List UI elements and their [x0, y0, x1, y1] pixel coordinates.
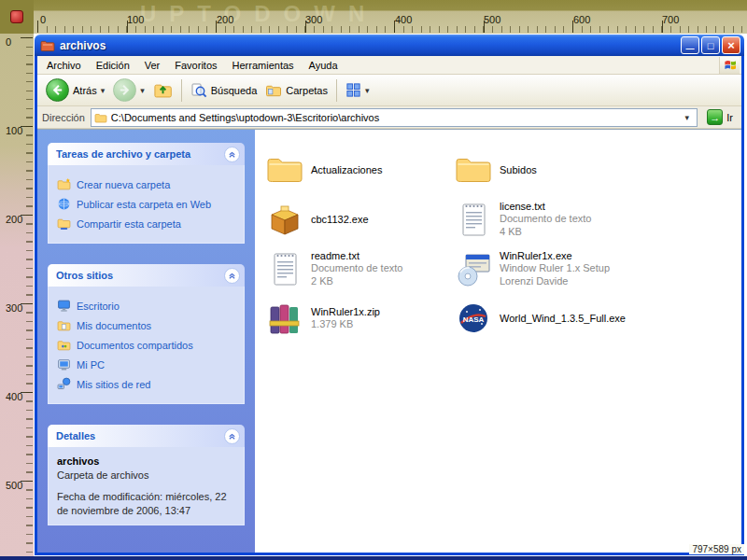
shared-documents-icon — [57, 338, 71, 352]
installer-icon — [455, 250, 492, 287]
place-label: Documentos compartidos — [77, 340, 193, 351]
up-folder-icon — [153, 80, 173, 100]
place-label: Mis documentos — [77, 320, 151, 331]
file-type: Documento de texto — [500, 212, 591, 225]
desktop-icon — [57, 299, 71, 313]
vertical-ruler: 0 100 200 300 400 500 — [0, 34, 34, 560]
go-label: Ir — [726, 112, 733, 123]
file-tile-worldwind[interactable]: NASA World_Wind_1.3.5_Full.exe — [455, 297, 741, 340]
views-icon — [345, 82, 361, 98]
views-button[interactable]: ▾ — [343, 80, 373, 100]
file-size: 2 KB — [311, 274, 402, 287]
details-folder-type: Carpeta de archivos — [57, 469, 235, 481]
up-button[interactable] — [150, 78, 176, 102]
address-input[interactable]: C:\Documents and Settings\uptodown-3\Esc… — [111, 112, 676, 123]
maximize-button[interactable]: □ — [701, 36, 720, 54]
ruler-tick-marks — [37, 21, 747, 33]
window-body: Archivo Edición Ver Favoritos Herramient… — [35, 56, 744, 555]
task-pane: Tareas de archivo y carpeta Crear nueva … — [37, 130, 255, 553]
menu-ayuda[interactable]: Ayuda — [302, 60, 345, 71]
file-name: Subidos — [500, 164, 537, 175]
search-icon — [190, 82, 207, 99]
task-share-folder[interactable]: Compartir esta carpeta — [57, 217, 235, 231]
task-label: Crear nueva carpeta — [77, 179, 170, 190]
menu-favoritos[interactable]: Favoritos — [167, 60, 224, 71]
views-caret-icon: ▾ — [365, 86, 370, 95]
place-my-documents[interactable]: Mis documentos — [57, 318, 235, 332]
publish-web-icon — [57, 197, 71, 211]
panel-title: Otros sitios — [56, 270, 113, 281]
window-content: Tareas de archivo y carpeta Crear nueva … — [37, 129, 741, 553]
file-name: World_Wind_1.3.5_Full.exe — [500, 313, 626, 324]
ruler-tick-marks — [21, 37, 33, 556]
collapse-chevron-icon[interactable] — [224, 428, 240, 444]
panel-details-header[interactable]: Detalles — [48, 425, 245, 447]
svg-text:NASA: NASA — [463, 315, 485, 324]
panel-details: Detalles archivos Carpeta de archivos Fe… — [48, 425, 245, 525]
menu-bar: Archivo Edición Ver Favoritos Herramient… — [37, 56, 741, 75]
package-icon — [266, 201, 303, 238]
address-folder-icon — [94, 111, 107, 124]
file-name: cbc1132.exe — [311, 214, 369, 225]
winrar-archive-icon — [266, 300, 303, 337]
file-publisher: Lorenzi Davide — [500, 274, 610, 287]
file-tile-winruler-zip[interactable]: WinRuler1x.zip 1.379 KB — [266, 297, 455, 340]
collapse-chevron-icon[interactable] — [224, 268, 240, 284]
folders-label: Carpetas — [286, 85, 328, 96]
task-label: Compartir esta carpeta — [77, 218, 181, 230]
ruler-app-icon — [10, 10, 23, 23]
file-type: Documento de texto — [311, 261, 402, 274]
panel-other-places: Otros sitios Escritorio — [48, 264, 245, 404]
folders-button[interactable]: Carpetas — [262, 80, 331, 101]
nasa-app-icon: NASA — [455, 300, 492, 337]
file-tile-subidos[interactable]: Subidos — [455, 148, 741, 191]
panel-title: Detalles — [56, 430, 95, 441]
file-tile-winruler-exe[interactable]: WinRuler1x.exe Window Ruler 1.x Setup Lo… — [455, 247, 741, 290]
address-dropdown-icon[interactable]: ▾ — [680, 113, 694, 122]
file-name: Actualizaciones — [311, 164, 382, 175]
task-create-folder[interactable]: Crear nueva carpeta — [57, 177, 235, 191]
place-my-computer[interactable]: Mi PC — [57, 357, 235, 371]
go-arrow-icon: → — [707, 109, 723, 125]
menu-herramientas[interactable]: Herramientas — [225, 60, 302, 71]
address-field[interactable]: C:\Documents and Settings\uptodown-3\Esc… — [91, 108, 698, 127]
file-tile-readme[interactable]: readme.txt Documento de texto 2 KB — [266, 247, 455, 290]
text-file-icon — [266, 250, 303, 287]
collapse-chevron-icon[interactable] — [224, 147, 240, 162]
file-size: 4 KB — [500, 225, 591, 238]
menu-edicion[interactable]: Edición — [89, 60, 137, 71]
back-button[interactable]: Atrás ▾ — [43, 77, 107, 104]
ruler-tick-label: 0 — [6, 36, 11, 48]
place-shared-documents[interactable]: Documentos compartidos — [57, 338, 235, 352]
toolbar: Atrás ▾ ▾ Búsqueda — [37, 75, 741, 106]
file-name: license.txt — [500, 201, 591, 212]
forward-button[interactable]: ▾ — [110, 77, 148, 104]
task-publish-web[interactable]: Publicar esta carpeta en Web — [57, 197, 235, 211]
menu-archivo[interactable]: Archivo — [39, 60, 89, 71]
details-modified: Fecha de modificación: miércoles, 22 de … — [57, 490, 235, 518]
panel-file-tasks-header[interactable]: Tareas de archivo y carpeta — [48, 143, 245, 165]
menu-ver[interactable]: Ver — [137, 60, 168, 71]
file-tile-license[interactable]: license.txt Documento de texto 4 KB — [455, 198, 741, 241]
file-grid: Actualizaciones Subidos cbc1132.exe — [266, 148, 741, 340]
size-readout: 797×589 px — [689, 544, 744, 554]
title-bar[interactable]: archivos — □ × — [35, 35, 744, 56]
search-button[interactable]: Búsqueda — [188, 80, 261, 101]
details-folder-name: archivos — [57, 455, 235, 467]
toolbar-separator — [336, 79, 337, 102]
file-tile-actualizaciones[interactable]: Actualizaciones — [266, 148, 455, 191]
minimize-button[interactable]: — — [681, 36, 699, 54]
go-button[interactable]: → Ir — [703, 109, 737, 125]
file-description: Window Ruler 1.x Setup — [500, 261, 610, 274]
place-network[interactable]: Mis sitios de red — [57, 377, 235, 391]
address-label: Dirección — [42, 112, 85, 123]
file-size: 1.379 KB — [311, 317, 380, 330]
close-button[interactable]: × — [722, 36, 740, 54]
panel-title: Tareas de archivo y carpeta — [56, 148, 190, 160]
address-bar: Dirección C:\Documents and Settings\upto… — [37, 106, 741, 129]
file-tile-cbc1132[interactable]: cbc1132.exe — [266, 198, 455, 241]
back-icon — [46, 78, 69, 102]
place-desktop[interactable]: Escritorio — [57, 299, 235, 313]
ruler-corner — [0, 0, 34, 34]
panel-other-places-header[interactable]: Otros sitios — [48, 264, 245, 287]
